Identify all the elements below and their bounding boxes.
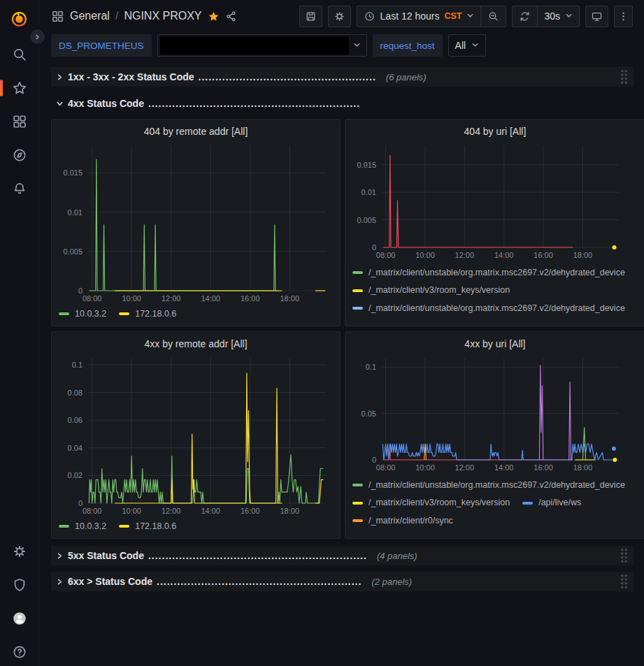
legend-item[interactable]: /_matrix/client/unstable/org.matrix.msc2… <box>352 301 625 317</box>
legend-series-label: /_matrix/client/v3/room_keys/version <box>368 282 510 298</box>
time-series-chart[interactable]: 08:0010:0012:0014:0016:0018:0000.0050.01… <box>59 140 333 305</box>
legend-item[interactable]: /_matrix/client/v3/room_keys/version <box>352 282 510 298</box>
active-indicator <box>0 80 3 96</box>
svg-text:18:00: 18:00 <box>280 507 300 515</box>
time-picker-group: Last 12 hours CST <box>357 6 507 27</box>
row-panel-count: (6 panels) <box>386 72 427 82</box>
svg-text:0.1: 0.1 <box>366 363 376 371</box>
variable-label-datasource[interactable]: DS_PROMETHEUS <box>51 34 152 57</box>
top-navbar: General / NGINX PROXY <box>40 0 644 32</box>
panel-title[interactable]: 404 by uri [All] <box>352 123 638 140</box>
row-drag-handle[interactable] <box>620 574 628 589</box>
chart-legend: 10.0.3.2172.18.0.6 <box>59 517 333 534</box>
legend-item[interactable]: /_matrix/client/unstable/org.matrix.msc2… <box>352 530 625 534</box>
time-series-chart[interactable]: 08:0010:0012:0014:0016:0018:0000.050.1 <box>352 352 638 474</box>
panel-title[interactable]: 4xx by uri [All] <box>352 335 638 352</box>
svg-text:0.005: 0.005 <box>63 247 83 256</box>
variable-label-request-host[interactable]: request_host <box>373 34 443 57</box>
time-range-picker[interactable]: Last 12 hours CST <box>357 6 481 27</box>
legend-series-color <box>352 271 363 274</box>
legend-series-color <box>59 312 69 315</box>
svg-text:0.015: 0.015 <box>357 161 376 169</box>
legend-series-label: /sw.js <box>538 318 560 321</box>
refresh-interval-picker[interactable]: 30s <box>537 6 579 27</box>
sidebar-item-explore[interactable] <box>0 138 38 172</box>
legend-series-color <box>352 502 363 505</box>
gear-icon <box>334 10 345 22</box>
panel-404-by-remote-addr: 404 by remote addr [All] 08:0010:0012:00… <box>51 119 341 326</box>
legend-item[interactable]: /_matrix/client/v3/room_keys/version <box>352 495 510 511</box>
panel-title[interactable]: 4xx by remote addr [All] <box>59 335 333 352</box>
chevron-down-icon <box>471 41 479 49</box>
legend-item[interactable]: 10.0.3.2 <box>59 521 106 531</box>
legend-series-color <box>119 312 129 315</box>
svg-text:12:00: 12:00 <box>455 463 475 472</box>
favorite-star-icon[interactable] <box>208 10 220 22</box>
legend-item[interactable]: 172.18.0.6 <box>119 309 176 319</box>
legend-series-label: 10.0.3.2 <box>75 521 106 531</box>
row-drag-handle[interactable] <box>620 69 628 85</box>
dashboard-body: 1xx - 3xx - 2xx Status Code ............… <box>40 63 644 591</box>
time-series-chart[interactable]: 08:0010:0012:0014:0016:0018:0000.0050.01… <box>352 140 638 261</box>
sidebar-item-starred[interactable] <box>0 71 38 105</box>
svg-text:0.05: 0.05 <box>362 410 376 418</box>
svg-text:0.06: 0.06 <box>68 416 83 424</box>
sidebar-item-dashboards[interactable] <box>0 105 38 138</box>
legend-series-label: /_matrix/client/unstable/org.matrix.msc2… <box>368 301 625 317</box>
legend-series-label: 10.0.3.2 <box>75 309 106 319</box>
legend-series-label: /_matrix/client/unstable/org.matrix.msc2… <box>368 477 625 493</box>
panel-title[interactable]: 404 by remote addr [All] <box>59 123 333 140</box>
star-icon <box>12 80 27 96</box>
legend-item[interactable]: /_matrix/client/unstable/org.matrix.msc2… <box>352 477 625 493</box>
row-header-6xx[interactable]: 6xx > Status Code ......................… <box>51 572 634 591</box>
share-icon[interactable] <box>225 10 237 22</box>
breadcrumb-folder[interactable]: General <box>70 10 110 22</box>
svg-text:18:00: 18:00 <box>573 251 593 259</box>
sidebar-item-alerting[interactable] <box>0 172 38 205</box>
tv-mode-button[interactable] <box>585 6 608 27</box>
legend-item[interactable]: /api/live/ws <box>522 495 581 511</box>
legend-item[interactable]: /_matrix/client/unstable/org.matrix.msc2… <box>352 265 625 281</box>
dashboard-settings-button[interactable] <box>328 6 351 27</box>
legend-series-label: /_matrix/client/v3/room_keys/version <box>368 495 510 511</box>
row-header-1xx-3xx-2xx[interactable]: 1xx - 3xx - 2xx Status Code ............… <box>51 67 634 87</box>
monitor-icon <box>591 10 603 22</box>
legend-series-color <box>119 525 129 528</box>
compass-icon <box>12 147 27 163</box>
svg-text:14:00: 14:00 <box>494 251 514 259</box>
legend-series-label: 172.18.0.6 <box>135 309 176 319</box>
row-header-5xx[interactable]: 5xx Status Code ........................… <box>51 546 634 565</box>
time-series-chart[interactable]: 08:0010:0012:0014:0016:0018:0000.020.040… <box>59 352 333 517</box>
row-header-4xx[interactable]: 4xx Status Code ........................… <box>51 94 634 113</box>
zoom-out-button[interactable] <box>480 6 506 27</box>
more-options-button[interactable] <box>614 6 633 27</box>
sidebar-expand-button[interactable] <box>29 29 45 45</box>
legend-series-color <box>352 289 363 292</box>
datasource-value-redacted <box>160 36 349 55</box>
refresh-button[interactable] <box>513 6 537 27</box>
sidebar-item-configuration[interactable] <box>0 535 38 568</box>
panel-404-by-uri: 404 by uri [All] 08:0010:0012:0014:0016:… <box>345 119 644 326</box>
legend-item[interactable]: 172.18.0.6 <box>119 521 176 531</box>
dashboards-grid-icon <box>12 114 27 129</box>
refresh-group: 30s <box>512 6 580 27</box>
datasource-select[interactable] <box>157 34 367 57</box>
sidebar-item-help[interactable] <box>0 635 38 666</box>
request-host-select[interactable]: All <box>448 34 487 57</box>
svg-text:18:00: 18:00 <box>573 463 593 472</box>
legend-series-label: 172.18.0.6 <box>135 521 176 531</box>
save-icon <box>305 10 317 22</box>
row-dots: ........................................… <box>148 550 367 561</box>
dashboard-title[interactable]: NGINX PROXY <box>124 10 201 22</box>
sidebar-item-profile[interactable] <box>0 602 38 635</box>
svg-text:0.1: 0.1 <box>72 361 83 369</box>
legend-item[interactable]: 10.0.3.2 <box>59 309 106 319</box>
save-dashboard-button[interactable] <box>299 6 322 27</box>
legend-series-label: /_matrix/client/unstable/org.matrix.msc2… <box>368 265 625 281</box>
legend-item[interactable]: /_matrix/client/r0/sync <box>352 513 453 529</box>
row-drag-handle[interactable] <box>620 548 628 563</box>
legend-item[interactable]: /sw.js <box>522 318 560 321</box>
clock-icon <box>364 10 375 22</box>
sidebar-item-server-admin[interactable] <box>0 568 38 602</box>
legend-item[interactable]: /_matrix/client/v3/room_keys/version <box>352 318 510 321</box>
